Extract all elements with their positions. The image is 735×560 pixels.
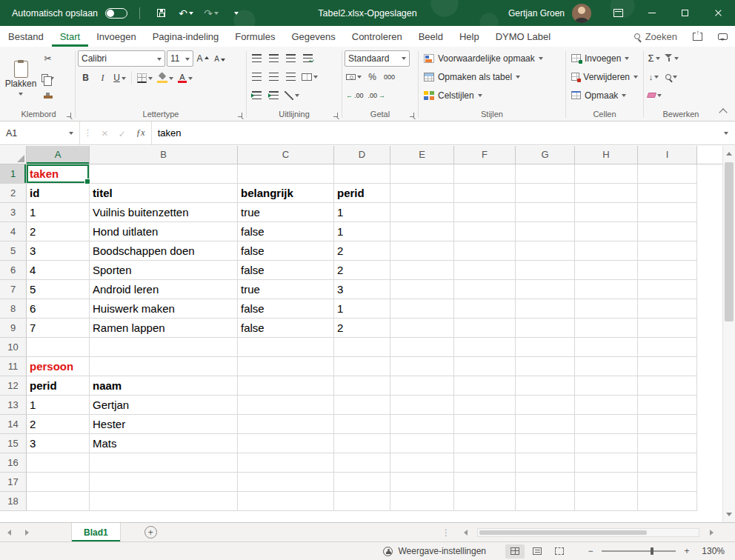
row-header-15[interactable]: 15: [0, 434, 27, 453]
tab-formules[interactable]: Formules: [227, 26, 283, 47]
cell-G14[interactable]: [516, 415, 575, 434]
undo-button[interactable]: [177, 4, 195, 23]
merge-center-button[interactable]: [300, 69, 319, 85]
cell-C7[interactable]: true: [238, 280, 334, 299]
cut-button[interactable]: [40, 49, 56, 68]
cell-D16[interactable]: [334, 453, 390, 473]
cell-H9[interactable]: [575, 319, 638, 338]
cell-A1[interactable]: taken: [27, 164, 90, 184]
cell-H7[interactable]: [575, 280, 638, 299]
cell-A7[interactable]: 5: [27, 280, 90, 299]
cell-C3[interactable]: true: [238, 203, 334, 222]
row-header-18[interactable]: 18: [0, 492, 27, 511]
close-button[interactable]: [702, 0, 735, 26]
cell-F10[interactable]: [454, 338, 516, 357]
increase-font-size-button[interactable]: A: [195, 50, 210, 67]
cell-B9[interactable]: Ramen lappen: [90, 319, 238, 338]
cell-B11[interactable]: [90, 357, 238, 376]
cell-I7[interactable]: [638, 280, 697, 299]
cell-F7[interactable]: [454, 280, 516, 299]
cell-B4[interactable]: Hond uitlaten: [90, 222, 238, 241]
underline-button[interactable]: U: [112, 70, 127, 86]
cell-B3[interactable]: Vuilnis buitenzetten: [90, 203, 238, 222]
cell-H11[interactable]: [575, 357, 638, 376]
clear-button[interactable]: [646, 87, 663, 104]
horizontal-scrollbar[interactable]: [477, 528, 699, 537]
cell-A13[interactable]: 1: [27, 396, 90, 415]
fill-button[interactable]: [646, 69, 662, 85]
cell-D13[interactable]: [334, 396, 390, 415]
row-header-7[interactable]: 7: [0, 280, 27, 299]
cell-C6[interactable]: false: [238, 261, 334, 280]
cell-B14[interactable]: Hester: [90, 415, 238, 434]
row-header-8[interactable]: 8: [0, 299, 27, 319]
cell-A14[interactable]: 2: [27, 415, 90, 434]
cell-B7[interactable]: Android leren: [90, 280, 238, 299]
cell-I16[interactable]: [638, 453, 697, 473]
cell-G5[interactable]: [516, 241, 575, 261]
row-header-13[interactable]: 13: [0, 396, 27, 415]
cell-G9[interactable]: [516, 319, 575, 338]
cell-I4[interactable]: [638, 222, 697, 241]
formula-input[interactable]: taken: [152, 127, 717, 139]
cell-I1[interactable]: [638, 164, 697, 184]
cell-E9[interactable]: [390, 319, 454, 338]
row-header-17[interactable]: 17: [0, 473, 27, 492]
page-layout-view-button[interactable]: [528, 544, 547, 559]
cell-C12[interactable]: [238, 376, 334, 396]
conditional-formatting-button[interactable]: Voorwaardelijke opmaak: [421, 49, 563, 67]
cell-A11[interactable]: persoon: [27, 357, 90, 376]
cell-G12[interactable]: [516, 376, 575, 396]
column-header-F[interactable]: F: [454, 146, 516, 164]
cell-F16[interactable]: [454, 453, 516, 473]
tab-beeld[interactable]: Beeld: [410, 26, 451, 47]
cell-H6[interactable]: [575, 261, 638, 280]
cell-A4[interactable]: 2: [27, 222, 90, 241]
zoom-slider-thumb[interactable]: [651, 547, 653, 555]
insert-cells-button[interactable]: Invoegen: [568, 49, 641, 67]
insert-function-button[interactable]: ƒx: [136, 127, 145, 139]
row-header-5[interactable]: 5: [0, 241, 27, 261]
cell-A17[interactable]: [27, 473, 90, 492]
cell-F11[interactable]: [454, 357, 516, 376]
decrease-font-size-button[interactable]: A: [212, 50, 227, 67]
align-center-button[interactable]: [266, 69, 282, 85]
tab-gegevens[interactable]: Gegevens: [283, 26, 343, 47]
cell-D7[interactable]: 3: [334, 280, 390, 299]
cell-G4[interactable]: [516, 222, 575, 241]
cell-I13[interactable]: [638, 396, 697, 415]
cell-C14[interactable]: [238, 415, 334, 434]
cell-C15[interactable]: [238, 434, 334, 453]
cell-B5[interactable]: Boodschappen doen: [90, 241, 238, 261]
cell-F17[interactable]: [454, 473, 516, 492]
cell-E3[interactable]: [390, 203, 454, 222]
search-box[interactable]: Zoeken: [627, 26, 685, 47]
row-header-14[interactable]: 14: [0, 415, 27, 434]
cell-I6[interactable]: [638, 261, 697, 280]
font-size-select[interactable]: 11: [167, 50, 193, 67]
cell-E5[interactable]: [390, 241, 454, 261]
cell-F13[interactable]: [454, 396, 516, 415]
scroll-left-button[interactable]: [456, 530, 474, 536]
autosave-toggle[interactable]: [105, 8, 127, 19]
align-top-button[interactable]: [249, 50, 265, 67]
cell-G1[interactable]: [516, 164, 575, 184]
name-box[interactable]: A1: [0, 121, 80, 144]
cell-C18[interactable]: [238, 492, 334, 511]
cell-C8[interactable]: false: [238, 299, 334, 319]
scroll-down-button[interactable]: [723, 508, 735, 521]
cell-C13[interactable]: [238, 396, 334, 415]
cell-E12[interactable]: [390, 376, 454, 396]
page-break-view-button[interactable]: [550, 544, 569, 559]
format-as-table-button[interactable]: Opmaken als tabel: [421, 67, 563, 86]
cell-E4[interactable]: [390, 222, 454, 241]
cell-I18[interactable]: [638, 492, 697, 511]
cell-F18[interactable]: [454, 492, 516, 511]
row-header-10[interactable]: 10: [0, 338, 27, 357]
column-header-I[interactable]: I: [638, 146, 697, 164]
cell-D9[interactable]: 2: [334, 319, 390, 338]
cell-styles-button[interactable]: Celstijlen: [421, 86, 563, 104]
find-select-button[interactable]: [663, 69, 679, 85]
cell-G17[interactable]: [516, 473, 575, 492]
share-button[interactable]: [685, 26, 710, 47]
